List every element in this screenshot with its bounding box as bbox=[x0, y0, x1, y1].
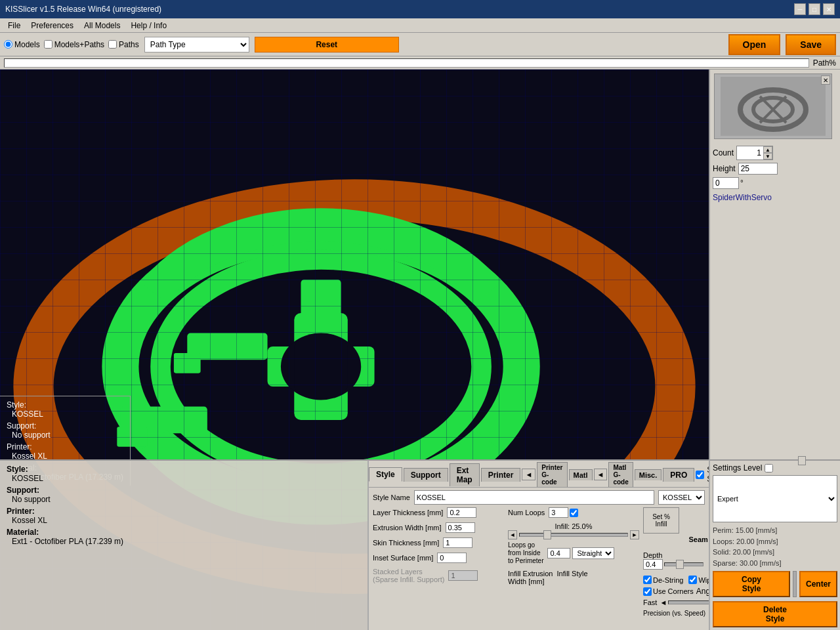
paths-radio-label[interactable]: Paths bbox=[108, 40, 139, 49]
model-name: SpiderWithServo bbox=[713, 192, 837, 203]
reset-button[interactable]: Reset bbox=[255, 37, 399, 52]
inset-surface-row: Inset Surface [mm] bbox=[373, 553, 504, 563]
use-corners-checkbox[interactable] bbox=[643, 587, 652, 596]
svg-rect-6 bbox=[174, 353, 201, 373]
depth-input[interactable] bbox=[643, 559, 663, 570]
progress-bar bbox=[4, 58, 809, 68]
count-spin-buttons: ▲ ▼ bbox=[763, 146, 772, 159]
copy-style-button[interactable]: Copy Style bbox=[713, 571, 790, 597]
infill-track[interactable] bbox=[519, 533, 628, 537]
perim-label: Perim: bbox=[713, 526, 734, 534]
middle-settings-col: Num Loops Infill: 25.0% ◄ bbox=[508, 507, 639, 621]
style-label: Style: bbox=[7, 400, 26, 410]
paths-checkbox[interactable] bbox=[108, 40, 117, 49]
path-type-select[interactable]: Path Type bbox=[144, 37, 249, 52]
loop-val-controls: Straight bbox=[547, 547, 614, 559]
wipe-checkbox[interactable] bbox=[688, 576, 697, 584]
tab-printer[interactable]: Printer bbox=[481, 468, 521, 482]
depth-controls bbox=[643, 559, 704, 570]
use-corners-label[interactable]: Use Corners bbox=[643, 587, 694, 596]
wipe-label[interactable]: Wipe bbox=[688, 576, 709, 584]
precision-track[interactable] bbox=[668, 600, 709, 604]
tab-misc[interactable]: Misc. bbox=[635, 469, 662, 480]
minimize-button[interactable]: ─ bbox=[794, 3, 806, 15]
de-string-checkbox[interactable] bbox=[643, 576, 652, 584]
printer-gcode-arrow[interactable]: ◄ bbox=[522, 469, 536, 480]
count-up-btn[interactable]: ▲ bbox=[763, 146, 772, 153]
num-loops-checkbox[interactable] bbox=[570, 509, 578, 517]
loop-val-input[interactable] bbox=[547, 548, 570, 558]
svg-rect-11 bbox=[294, 343, 348, 390]
show-settings-checkbox[interactable] bbox=[696, 471, 704, 479]
infill-thumb[interactable] bbox=[543, 530, 551, 539]
precision-row: Fast ◄ ► Precise bbox=[643, 598, 709, 606]
de-string-label[interactable]: De-String bbox=[643, 576, 683, 584]
count-down-btn[interactable]: ▼ bbox=[763, 153, 772, 159]
center-button[interactable]: Center bbox=[799, 571, 837, 597]
tab-support[interactable]: Support bbox=[404, 468, 448, 482]
infill-right-arrow[interactable]: ► bbox=[630, 530, 639, 539]
tab-pro[interactable]: PRO bbox=[663, 468, 694, 482]
tab-ext-map[interactable]: Ext Map bbox=[450, 463, 480, 486]
num-loops-input[interactable] bbox=[549, 507, 568, 518]
tab-matl[interactable]: Matl bbox=[569, 469, 593, 480]
count-input[interactable] bbox=[737, 148, 763, 158]
extrusion-width-input[interactable] bbox=[446, 522, 475, 533]
stacked-layers-input bbox=[448, 570, 478, 581]
style-name-label: Style Name bbox=[373, 494, 410, 501]
tab-matl-gcode[interactable]: MatlG-code bbox=[608, 462, 633, 487]
settings-level-checkbox[interactable] bbox=[765, 464, 773, 472]
height-input[interactable] bbox=[738, 163, 778, 175]
settings-level-label: Settings Level bbox=[713, 463, 762, 472]
models-label: Models bbox=[14, 40, 40, 49]
infill-left-arrow[interactable]: ◄ bbox=[508, 530, 517, 539]
tab-printer-gcode[interactable]: PrinterG-code bbox=[537, 462, 567, 487]
menu-all-models[interactable]: All Models bbox=[79, 20, 125, 31]
settings-panel: Style Support Ext Map Printer ◄ PrinterG… bbox=[368, 459, 709, 630]
models-radio[interactable] bbox=[4, 40, 12, 49]
close-button[interactable]: ✕ bbox=[823, 3, 835, 15]
style-name-dropdown[interactable]: KOSSEL bbox=[658, 490, 705, 505]
model-preview-close-btn[interactable]: ✕ bbox=[821, 75, 830, 85]
menu-preferences[interactable]: Preferences bbox=[26, 20, 79, 31]
style-name-input[interactable] bbox=[414, 490, 654, 505]
layer-thickness-input[interactable] bbox=[447, 507, 476, 518]
skin-thickness-input[interactable] bbox=[443, 537, 472, 548]
matl-gcode-arrow[interactable]: ◄ bbox=[594, 469, 608, 480]
infill-slider-row[interactable]: ◄ ► bbox=[508, 530, 639, 539]
bottom-area: Style: KOSSEL Support: No support Printe… bbox=[0, 459, 840, 630]
right-bottom-panel: Settings Level Expert Perim: 15.00 [mm/s… bbox=[709, 459, 840, 630]
depth-track[interactable] bbox=[664, 562, 704, 566]
toolbar: Models Models+Paths Paths Path Type Rese… bbox=[0, 33, 840, 56]
style-value2: KOSSEL bbox=[12, 474, 43, 483]
angle-input[interactable] bbox=[713, 177, 739, 189]
straight-select[interactable]: Straight bbox=[572, 547, 614, 559]
angle-label: Angle bbox=[696, 587, 709, 596]
title-bar: KISSlicer v1.5 Release Win64 (unregister… bbox=[0, 0, 840, 18]
support-value: No support bbox=[12, 430, 51, 440]
paths-label: Paths bbox=[119, 40, 139, 49]
depth-thumb[interactable] bbox=[676, 560, 684, 569]
menu-file[interactable]: File bbox=[3, 20, 26, 31]
open-button[interactable]: Open bbox=[728, 34, 781, 55]
use-corners-row: Use Corners Angle bbox=[643, 586, 709, 597]
models-paths-checkbox[interactable] bbox=[44, 40, 52, 49]
models-radio-label[interactable]: Models bbox=[4, 40, 40, 49]
menu-help[interactable]: Help / Info bbox=[125, 20, 172, 31]
svg-rect-9 bbox=[301, 280, 341, 333]
save-button[interactable]: Save bbox=[786, 34, 836, 55]
inset-surface-input[interactable] bbox=[437, 553, 467, 563]
set-pct-infill-btn[interactable]: Set % Infill bbox=[643, 507, 679, 534]
wipe-row: De-String Wipe bbox=[643, 576, 709, 584]
printer-label: Printer: bbox=[7, 442, 32, 452]
support-label: Support: bbox=[7, 421, 36, 430]
extrusion-width-row: Extrusion Width [mm] bbox=[373, 522, 504, 533]
bottom-left-panel: Style: KOSSEL Support: No support Printe… bbox=[0, 459, 368, 630]
maximize-button[interactable]: □ bbox=[808, 3, 820, 15]
tab-style[interactable]: Style bbox=[369, 467, 402, 482]
models-paths-radio-label[interactable]: Models+Paths bbox=[44, 40, 104, 49]
sparse-value: 30.00 [mm/s] bbox=[740, 559, 782, 567]
delete-style-button[interactable]: Delete Style bbox=[713, 601, 837, 627]
settings-level-select[interactable]: Expert bbox=[713, 475, 837, 522]
layer-thickness-row: Layer Thickness [mm] bbox=[373, 507, 504, 518]
